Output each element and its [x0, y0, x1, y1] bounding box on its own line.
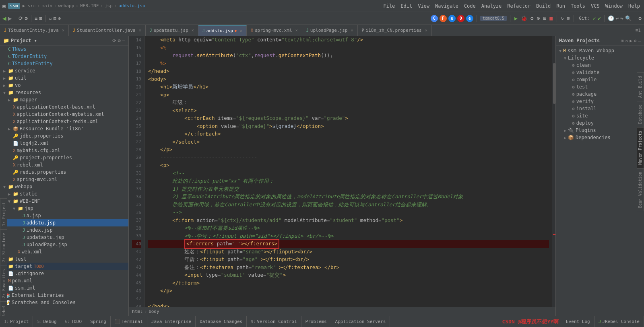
tree-external-libs[interactable]: ▶ 📚 External Libraries	[0, 292, 128, 299]
toolbar-sync[interactable]: ⟳	[19, 15, 23, 21]
maven-plugins[interactable]: ▶ 🔌 Plugins	[556, 127, 644, 134]
tab-tstudententity[interactable]: J TStudentEntity.java ×	[0, 25, 69, 36]
maven-project-root[interactable]: ▼ M ssm Maven Webapp	[556, 47, 644, 54]
toolbar-structure[interactable]: ≡	[35, 16, 37, 21]
tree-webapp[interactable]: ▼ 📁 webapp	[0, 183, 128, 190]
ant-build-tab[interactable]: Ant Build	[637, 72, 644, 101]
maven-deploy[interactable]: ⚙ deploy	[556, 119, 644, 127]
tree-uploadpage-jsp[interactable]: ▶ J uploadPage.jsp	[0, 241, 128, 248]
tree-gitignore[interactable]: ▶ 📄 .gitignore	[0, 270, 128, 277]
tab-appservers-bottom[interactable]: Application Servers	[331, 316, 390, 327]
tree-webinf[interactable]: ▼ 📁 WEB-INF	[0, 197, 128, 205]
tree-ssm-iml[interactable]: ▶ 📄 ssm.iml	[0, 284, 128, 292]
tree-a-jsp[interactable]: ▶ J a.jsp	[0, 212, 128, 219]
toolbar-icon1[interactable]: ▫	[49, 16, 52, 21]
tree-test[interactable]: ▶ 📁 test	[0, 255, 128, 263]
toolbar-settings[interactable]: ⚙	[25, 15, 28, 21]
tab-springmvc[interactable]: X spring-mvc.xml ×	[247, 25, 302, 36]
menu-tools[interactable]: Tools	[569, 2, 587, 10]
tab-close[interactable]: ×	[351, 28, 353, 33]
run-config[interactable]: ⚙	[530, 15, 535, 22]
tree-proj-prop[interactable]: ▶ 🔑 project.properties	[0, 154, 128, 161]
ie2-icon[interactable]: e	[466, 15, 473, 22]
maven-projects-tab[interactable]: Maven Projects	[637, 127, 644, 168]
maven-icon1[interactable]: ⊞	[621, 38, 624, 43]
tab-dbchanges-bottom[interactable]: Database Changes	[196, 316, 247, 327]
tab-javaent-bottom[interactable]: Java Enterprise	[147, 316, 196, 327]
tree-resources[interactable]: ▼ 📁 resources	[0, 89, 128, 96]
maven-clean[interactable]: ⚙ clean	[556, 62, 644, 69]
menu-view[interactable]: View	[416, 2, 431, 10]
tree-torderentity[interactable]: C TOrderEntity	[0, 53, 128, 60]
bean-validation-tab[interactable]: Bean Validation	[637, 168, 644, 211]
tab-project-bottom[interactable]: 1: Project	[0, 316, 33, 327]
tab-close[interactable]: ×	[139, 28, 141, 33]
coverage-btn[interactable]: ⊕	[536, 15, 541, 22]
maven-install[interactable]: ⚙ install	[556, 105, 644, 112]
tab-spring-bottom[interactable]: Spring	[86, 316, 111, 327]
update-btn[interactable]: ↻	[560, 15, 565, 21]
redo-btn[interactable]: ↪	[620, 15, 623, 21]
menu-file[interactable]: File	[382, 2, 396, 10]
tree-mapper[interactable]: ▶ 📁 mapper	[0, 96, 128, 103]
stop-btn[interactable]: ■	[549, 15, 553, 22]
tab-addstu[interactable]: J addstu.jsp ● ×	[198, 25, 247, 36]
tab-updatastu[interactable]: J updatastu.jsp ×	[146, 25, 198, 36]
nav-back[interactable]: ◀	[2, 14, 6, 22]
menu-vcs[interactable]: VCS	[589, 2, 601, 10]
toolbar-icon3[interactable]: ⊕	[58, 16, 61, 21]
undo-btn[interactable]: ↩	[616, 15, 619, 21]
tree-jdbc-prop[interactable]: ▶ 🔑 jdbc.properties	[0, 132, 128, 140]
tree-vo[interactable]: ▶ 📁 vo	[0, 82, 128, 89]
database-tab[interactable]: Database	[637, 101, 644, 127]
menu-build[interactable]: Build	[535, 2, 552, 10]
maven-test[interactable]: ⚙ test	[556, 83, 644, 90]
menu-edit[interactable]: Edit	[399, 2, 414, 10]
menu-code[interactable]: Code	[462, 2, 477, 10]
maven-verify[interactable]: ⚙ verify	[556, 98, 644, 105]
tree-target[interactable]: ▶ 📁 target TODO	[0, 263, 128, 270]
tab-uploadpage[interactable]: J uploadPage.jsp ×	[302, 25, 358, 36]
menu-run[interactable]: Run	[555, 2, 567, 10]
tree-i18n-bundle[interactable]: ▶ 📦 Resource Bundle 'i18n'	[0, 125, 128, 132]
maven-site[interactable]: ⚙ site	[556, 112, 644, 119]
sidebar-sync-icon[interactable]: ⟳	[112, 38, 116, 43]
maven-lifecycle[interactable]: ▼ Lifecycle	[556, 54, 644, 62]
toolbar-icon2[interactable]: ⊟	[54, 16, 56, 21]
tree-appcontext-base[interactable]: ▶ X applicationContext-base.xml	[0, 103, 128, 111]
run-green-btn[interactable]: ▶	[514, 15, 518, 22]
tree-appcontext-redis[interactable]: ▶ X applicationContext-redis.xml	[0, 118, 128, 125]
tree-mybatis[interactable]: ▶ X mybatis.cfg.xml	[0, 147, 128, 154]
tab-problems-bottom[interactable]: Problems	[301, 316, 331, 327]
tab-studentcontroller[interactable]: J StudentController.java ×	[69, 25, 146, 36]
maven-icon5[interactable]: —	[638, 38, 641, 43]
tree-updatastu-jsp[interactable]: ▶ J updatastu.jsp	[0, 234, 128, 241]
tree-pom[interactable]: ▶ M pom.xml	[0, 277, 128, 284]
project-label-tab[interactable]: 1: Project	[0, 198, 7, 229]
search-everywhere[interactable]: 🔍	[625, 15, 632, 21]
firefox-icon[interactable]: F	[440, 15, 447, 22]
git-tick[interactable]: ✔	[598, 15, 601, 21]
deploy-btn[interactable]: ⊞	[566, 15, 571, 21]
opera-icon[interactable]: O	[457, 15, 464, 22]
chrome-icon[interactable]: C	[431, 15, 438, 22]
menu-navigate[interactable]: Navigate	[433, 2, 460, 10]
tree-redis-prop[interactable]: ▶ 🔑 redis.properties	[0, 169, 128, 176]
tab-close[interactable]: ×	[240, 29, 242, 33]
profile-btn[interactable]: ⊞	[542, 15, 547, 22]
menu-refactor[interactable]: Refactor	[506, 2, 532, 10]
jrebel-console-tab[interactable]: J JRebel Console	[594, 316, 644, 327]
structure-tab[interactable]: 2: Structure	[0, 229, 7, 265]
tree-addstu-jsp[interactable]: ▶ J addstu.jsp	[0, 219, 128, 226]
tree-tnews[interactable]: C TNews	[0, 45, 128, 53]
tab-terminal-bottom[interactable]: ⬛ Terminal	[111, 316, 147, 327]
git-check[interactable]: ✓	[593, 15, 596, 21]
menu-help[interactable]: Help	[627, 2, 642, 10]
code-view[interactable]: 1415161718 1920212223 2425262728 2930313…	[129, 36, 555, 307]
tree-jsp-folder[interactable]: ▼ 📁 jsp	[0, 205, 128, 212]
maven-compile[interactable]: ⚙ compile	[556, 76, 644, 83]
tree-tstudententity[interactable]: C TStudentEntity	[0, 60, 128, 67]
tree-static[interactable]: ▶ 📁 static	[0, 190, 128, 197]
maven-icon3[interactable]: ▶	[630, 38, 632, 43]
favorites-tab[interactable]: 2: Favorites	[0, 265, 7, 301]
